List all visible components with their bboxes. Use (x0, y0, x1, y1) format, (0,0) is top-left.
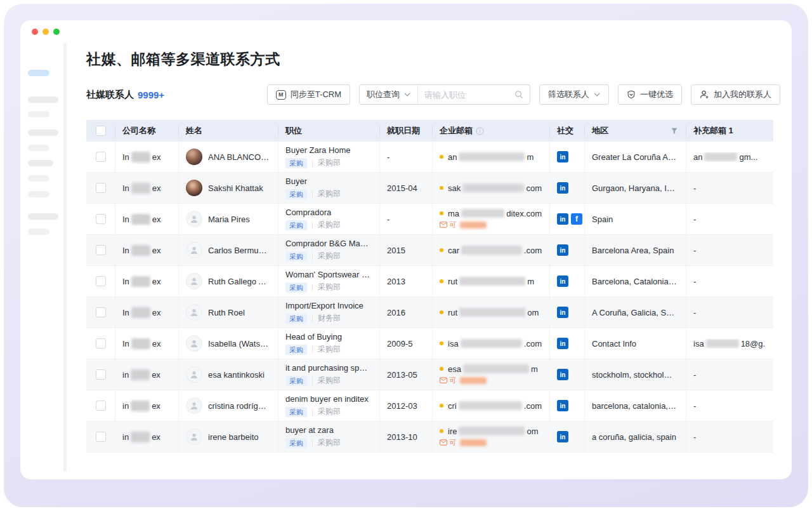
add-to-my-contacts-button[interactable]: 加入我的联系人 (691, 84, 780, 105)
role-tag: 采购 (285, 438, 307, 448)
linkedin-icon[interactable]: in (557, 307, 568, 318)
page-background: 社媒、邮箱等多渠道联系方式 社媒联系人 9999+ M 同步至T-CRM 职位查… (0, 0, 812, 511)
position-tags: 采购采购部 (285, 375, 341, 386)
contact-count-link[interactable]: 9999+ (138, 90, 164, 100)
linkedin-icon[interactable]: in (557, 151, 568, 163)
one-click-optimize-button[interactable]: 一键优选 (618, 84, 682, 105)
region-cell: barcelona, catalonia, sp... (584, 390, 686, 421)
sidebar-item[interactable] (28, 175, 49, 182)
redacted-text (460, 222, 487, 229)
row-checkbox[interactable] (96, 338, 106, 348)
email-status-dot (440, 186, 443, 190)
position-search-input[interactable] (418, 90, 514, 100)
linkedin-icon[interactable]: in (557, 275, 568, 287)
page-title: 社媒、邮箱等多渠道联系方式 (86, 50, 780, 69)
name-cell: Ruth Roel (178, 297, 278, 328)
position-tags: 采购采购部 (285, 189, 341, 199)
position-title: it and purchasing speci... (285, 363, 372, 373)
facebook-icon[interactable]: f (571, 213, 582, 225)
company-email: anm (448, 152, 542, 162)
close-window-icon[interactable] (32, 29, 38, 35)
region-text: Barcelona Area, Spain (592, 246, 674, 255)
start-date-cell: - (379, 204, 432, 234)
company-email: esam (448, 364, 542, 374)
social-cell: in (549, 390, 584, 421)
column-header-social[interactable]: 社交 (549, 120, 584, 142)
column-header-name[interactable]: 姓名 (178, 120, 278, 142)
redacted-text (463, 364, 529, 373)
person-icon (190, 246, 199, 255)
column-header-extra[interactable]: 补充邮箱 1 (686, 120, 773, 142)
column-header-select (86, 120, 115, 142)
extra-email-cell: - (686, 297, 773, 328)
column-header-email[interactable]: 企业邮箱 (432, 120, 549, 142)
sidebar-item[interactable] (28, 213, 58, 220)
generic-avatar (186, 428, 202, 445)
column-header-region[interactable]: 地区 (584, 120, 686, 142)
linkedin-icon[interactable]: in (557, 431, 568, 442)
info-icon[interactable] (476, 127, 484, 135)
row-checkbox[interactable] (96, 307, 106, 317)
filter-contacts-button[interactable]: 筛选联系人 (539, 84, 609, 105)
sidebar-item[interactable] (28, 160, 53, 166)
row-checkbox[interactable] (96, 369, 106, 380)
minimize-window-icon[interactable] (43, 29, 49, 35)
role-tag: 采购 (285, 251, 307, 262)
maximize-window-icon[interactable] (53, 29, 60, 35)
linkedin-icon[interactable]: in (557, 400, 568, 411)
position-title: Buyer Zara Home (285, 145, 351, 155)
crm-logo-icon: M (276, 90, 286, 100)
sync-to-crm-button[interactable]: M 同步至T-CRM (267, 84, 350, 105)
social-cell: in (549, 142, 584, 172)
linkedin-icon[interactable]: in (557, 338, 568, 349)
row-checkbox[interactable] (96, 214, 106, 224)
row-checkbox[interactable] (96, 183, 106, 193)
email-cell: rutm (432, 266, 549, 296)
position-cell: Head of Buying 采购采购部 (278, 328, 379, 359)
row-checkbox[interactable] (96, 276, 106, 286)
sidebar-item[interactable] (28, 145, 49, 151)
sidebar-item[interactable] (28, 96, 58, 103)
row-checkbox[interactable] (96, 432, 106, 442)
linkedin-icon[interactable]: in (557, 213, 568, 225)
filter-funnel-icon[interactable] (671, 127, 678, 135)
select-all-checkbox[interactable] (96, 126, 106, 136)
linkedin-icon[interactable]: in (557, 369, 568, 380)
position-query-dropdown[interactable]: 职位查询 (360, 85, 418, 104)
sidebar-item[interactable] (28, 229, 49, 235)
company-cell: Inex (115, 328, 178, 359)
column-header-position[interactable]: 职位 (278, 120, 379, 142)
sidebar-item[interactable] (28, 129, 58, 136)
redacted-text (131, 214, 150, 225)
redacted-text (131, 338, 150, 349)
sidebar-item[interactable] (28, 191, 49, 197)
role-tag: 采购 (285, 158, 307, 168)
person-icon (190, 370, 199, 379)
linkedin-icon[interactable]: in (557, 182, 568, 194)
row-checkbox[interactable] (96, 245, 106, 255)
position-query-group: 职位查询 (359, 84, 530, 105)
region-text: barcelona, catalonia, sp... (592, 401, 678, 411)
redacted-text (462, 183, 524, 192)
table-row: inex irene barbeito buyer at zara 采购采购部 … (86, 421, 773, 453)
search-icon[interactable] (514, 90, 523, 99)
start-date-cell: 2015 (379, 235, 432, 265)
company-cell: Inex (115, 204, 178, 234)
column-header-company[interactable]: 公司名称 (115, 120, 178, 142)
row-checkbox[interactable] (96, 401, 106, 411)
row-checkbox[interactable] (96, 152, 106, 162)
sidebar-item[interactable] (28, 111, 49, 117)
avatar (186, 149, 202, 165)
region-cell: Barcelona, Catalonia, S... (584, 266, 686, 296)
sidebar-item-active[interactable] (28, 70, 49, 76)
redacted-text (131, 369, 150, 380)
extra-email-cell: - (686, 173, 773, 203)
region-text: Contact Info (592, 339, 636, 348)
contact-name: cristina rodríguez (208, 401, 270, 411)
chevron-down-icon (594, 93, 600, 96)
redacted-text (706, 339, 739, 348)
contact-name: Maria Pires (208, 215, 250, 224)
column-header-date[interactable]: 就职日期 (379, 120, 432, 142)
name-cell: Maria Pires (178, 204, 278, 234)
linkedin-icon[interactable]: in (557, 244, 568, 256)
